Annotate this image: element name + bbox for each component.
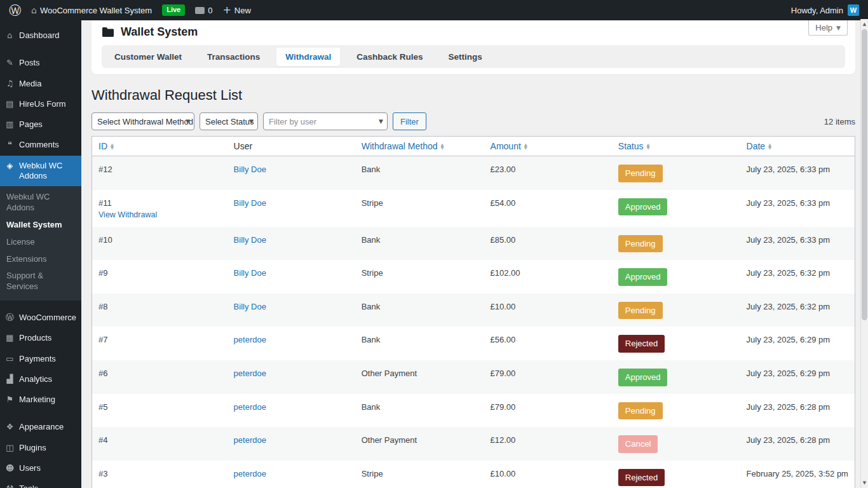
cell-amount: £85.00 xyxy=(484,227,612,261)
sidebar-item-products[interactable]: ▦Products xyxy=(0,328,81,348)
sidebar-item-pages[interactable]: ▥Pages xyxy=(0,114,81,135)
cell-id: #6 xyxy=(92,360,227,394)
column-header-withdrawal-method[interactable]: Withdrawal Method▲▼ xyxy=(355,137,484,156)
tab-cashback-rules[interactable]: Cashback Rules xyxy=(348,48,431,66)
sidebar-subitem-support-services[interactable]: Support & Services xyxy=(0,268,81,295)
user-filter-select[interactable]: Filter by user ▼ xyxy=(263,112,388,130)
withdrawal-id: #9 xyxy=(98,268,107,278)
table-row: #10Billy DoeBank£85.00PendingJuly 23, 20… xyxy=(92,227,855,261)
filter-row: Select Withdrawal Method ▼ Select Status… xyxy=(92,112,855,130)
cell-status: Pending xyxy=(612,294,740,327)
user-link[interactable]: peterdoe xyxy=(234,435,266,445)
sidebar-subitem-license[interactable]: License xyxy=(0,234,81,251)
table-row: #11View WithdrawalBilly DoeStripe£54.00A… xyxy=(92,190,855,227)
sidebar-subitem-webkul-wc-addons[interactable]: Webkul WC Addons xyxy=(0,189,81,217)
withdrawal-id: #3 xyxy=(98,469,107,478)
column-label: Status xyxy=(618,141,644,151)
filter-button[interactable]: Filter xyxy=(393,112,426,130)
sidebar-item-media[interactable]: ♫Media xyxy=(0,74,81,94)
user-link[interactable]: peterdoe xyxy=(234,335,266,344)
user-link[interactable]: peterdoe xyxy=(234,369,266,378)
user-link[interactable]: Billy Doe xyxy=(234,302,266,311)
vertical-scrollbar[interactable]: ▲ ▼ xyxy=(860,19,868,488)
comments-admin-bar[interactable]: 0 xyxy=(195,6,212,15)
sidebar-item-dashboard[interactable]: ⌂Dashboard xyxy=(0,25,81,46)
cell-date: July 23, 2025, 6:32 pm xyxy=(740,294,855,327)
tab-withdrawal[interactable]: Withdrawal xyxy=(276,48,340,66)
column-label: User xyxy=(234,141,253,151)
sidebar-item-hireus-form[interactable]: ▤HireUs Form xyxy=(0,94,81,114)
sidebar-item-marketing[interactable]: ⚑Marketing xyxy=(0,390,81,410)
sidebar-item-label: Analytics xyxy=(19,374,52,384)
column-header-amount[interactable]: Amount▲▼ xyxy=(484,137,612,156)
page-title-row: Wallet System xyxy=(102,25,845,39)
sidebar-item-analytics[interactable]: ▟Analytics xyxy=(0,369,81,390)
status-badge: Pending xyxy=(618,165,663,182)
sidebar-item-users[interactable]: ☻Users xyxy=(0,458,81,478)
status-badge: Approved xyxy=(618,268,668,286)
tab-customer-wallet[interactable]: Customer Wallet xyxy=(105,48,191,66)
wordpress-logo-icon[interactable]: Ⓦ xyxy=(9,4,21,17)
sidebar-item-woocommerce[interactable]: ⓌWooCommerce xyxy=(0,308,81,328)
sidebar-item-tools[interactable]: ⚒Tools xyxy=(0,478,81,488)
status-badge: Pending xyxy=(618,402,663,420)
tab-transactions[interactable]: Transactions xyxy=(198,48,269,66)
withdrawal-id: #5 xyxy=(98,402,107,412)
sidebar-item-label: Payments xyxy=(19,354,56,364)
plugins-icon: ◫ xyxy=(5,443,15,453)
table-row: #4peterdoeOther Payment£12.00CancelJuly … xyxy=(92,427,855,461)
admin-bar-left: Ⓦ ⌂ WooCommerce Wallet System Live 0 + N… xyxy=(9,4,251,17)
user-link[interactable]: Billy Doe xyxy=(234,198,266,208)
cell-id: #3 xyxy=(92,461,227,488)
view-withdrawal-link[interactable]: View Withdrawal xyxy=(98,210,157,219)
sidebar-item-comments[interactable]: ❝Comments xyxy=(0,135,81,155)
home-icon: ⌂ xyxy=(31,5,37,15)
section-title: Withdrawal Request List xyxy=(92,87,855,104)
sidebar-item-posts[interactable]: ✎Posts xyxy=(0,53,81,73)
user-link[interactable]: Billy Doe xyxy=(234,235,266,245)
user-link[interactable]: Billy Doe xyxy=(234,165,266,174)
user-link[interactable]: Billy Doe xyxy=(234,268,266,278)
help-button[interactable]: Help ▼ xyxy=(808,20,848,36)
site-name-link[interactable]: ⌂ WooCommerce Wallet System xyxy=(31,5,152,15)
tab-bar: Customer WalletTransactionsWithdrawalCas… xyxy=(102,45,845,68)
cell-status: Approved xyxy=(612,190,740,227)
sidebar-item-label: Dashboard xyxy=(19,30,60,41)
scrollbar-thumb[interactable] xyxy=(862,29,867,320)
table-row: #8Billy DoeBank£10.00PendingJuly 23, 202… xyxy=(92,294,855,327)
tab-settings[interactable]: Settings xyxy=(440,48,491,66)
sidebar-item-payments[interactable]: ▭Payments xyxy=(0,349,81,369)
sidebar-item-label: WooCommerce xyxy=(19,313,76,323)
status-select[interactable]: Select Status ▼ xyxy=(200,112,258,130)
avatar[interactable]: W xyxy=(848,4,859,16)
user-link[interactable]: peterdoe xyxy=(234,469,266,478)
sort-arrows-icon: ▲▼ xyxy=(111,144,114,151)
cell-status: Cancel xyxy=(612,427,740,461)
table-row: #9Billy DoeStripe£102.00ApprovedJuly 23,… xyxy=(92,260,855,294)
cell-status: Rejected xyxy=(612,327,740,360)
scroll-down-icon[interactable]: ▼ xyxy=(861,480,868,485)
withdrawal-method-select[interactable]: Select Withdrawal Method ▼ xyxy=(92,112,194,130)
howdy-text[interactable]: Howdy, Admin xyxy=(791,6,843,15)
sort-arrows-icon: ▲▼ xyxy=(441,144,444,151)
plus-icon: + xyxy=(222,5,231,15)
sidebar-item-plugins[interactable]: ◫Plugins xyxy=(0,438,81,458)
appearance-icon: ❖ xyxy=(5,422,15,432)
column-header-status[interactable]: Status▲▼ xyxy=(612,137,740,156)
sidebar-subitem-wallet-system[interactable]: Wallet System xyxy=(0,217,81,234)
cell-user: Billy Doe xyxy=(227,294,355,327)
column-header-id[interactable]: ID▲▼ xyxy=(92,137,227,156)
sidebar-item-appearance[interactable]: ❖Appearance xyxy=(0,417,81,437)
sidebar-item-webkul-wc-addons[interactable]: ◈Webkul WC Addons xyxy=(0,156,81,187)
sidebar-subitem-extensions[interactable]: Extensions xyxy=(0,251,81,268)
cell-id: #9 xyxy=(92,260,227,294)
cell-status: Rejected xyxy=(612,461,740,488)
cell-withdrawal-method: Other Payment xyxy=(355,427,484,461)
admin-bar-right: Howdy, Admin W xyxy=(791,4,859,16)
new-content-button[interactable]: + New xyxy=(222,5,250,15)
column-header-date[interactable]: Date▲▼ xyxy=(740,137,855,156)
site-name: WooCommerce Wallet System xyxy=(40,6,152,15)
scroll-up-icon[interactable]: ▲ xyxy=(861,22,868,27)
user-link[interactable]: peterdoe xyxy=(234,402,266,412)
products-icon: ▦ xyxy=(5,333,15,343)
